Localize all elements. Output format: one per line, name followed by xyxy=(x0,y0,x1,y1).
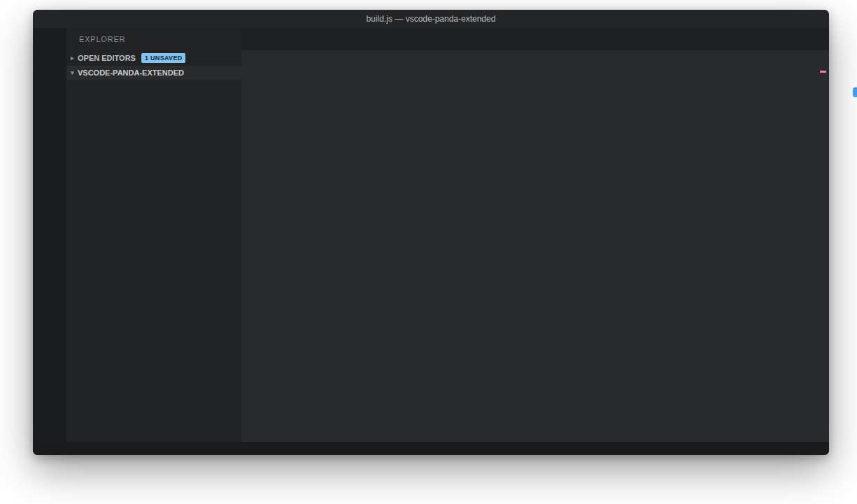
background-window-sliver xyxy=(853,87,857,97)
close-window-button[interactable] xyxy=(41,15,49,23)
title-bar[interactable]: build.js — vscode-panda-extended xyxy=(33,10,829,28)
project-root-folder[interactable]: ▾ VSCODE-PANDA-EXTENDED xyxy=(66,66,241,80)
open-editors-label: OPEN EDITORS xyxy=(78,54,136,62)
unsaved-badge: 1 UNSAVED xyxy=(141,53,186,63)
open-editors-section[interactable]: ▸ OPEN EDITORS 1 UNSAVED xyxy=(66,50,241,66)
minimize-window-button[interactable] xyxy=(55,15,63,23)
zoom-window-button[interactable] xyxy=(69,15,77,23)
chevron-down-icon: ▾ xyxy=(71,69,78,76)
vscode-window: build.js — vscode-panda-extended EXPLORE… xyxy=(33,10,829,455)
explorer-sidebar: EXPLORER ▸ OPEN EDITORS 1 UNSAVED ▾ VSCO… xyxy=(66,28,241,442)
sidebar-title: EXPLORER xyxy=(66,28,241,50)
status-bar xyxy=(33,442,829,455)
file-tree xyxy=(66,82,241,442)
overview-ruler-mark xyxy=(820,71,826,73)
window-title: build.js — vscode-panda-extended xyxy=(367,14,496,24)
editor-group xyxy=(241,28,829,442)
overview-ruler[interactable] xyxy=(818,50,829,442)
project-root-label: VSCODE-PANDA-EXTENDED xyxy=(78,69,184,77)
traffic-lights xyxy=(41,15,77,23)
chevron-right-icon: ▸ xyxy=(71,55,78,62)
activity-bar xyxy=(33,28,66,442)
workbench: EXPLORER ▸ OPEN EDITORS 1 UNSAVED ▾ VSCO… xyxy=(33,28,829,442)
tab-bar xyxy=(241,28,829,50)
code-editor[interactable] xyxy=(241,50,829,442)
